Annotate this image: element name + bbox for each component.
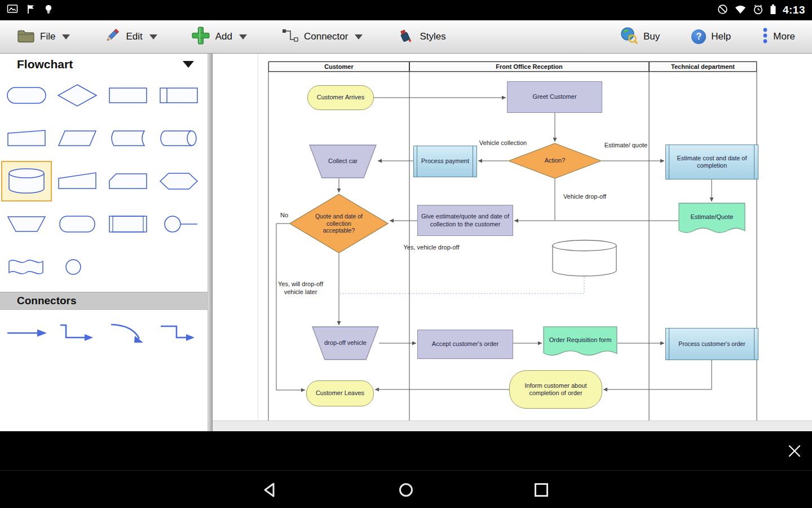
buy-label: Buy bbox=[643, 31, 660, 42]
node-estimate-cost[interactable]: Estimate cost and date of completion bbox=[665, 144, 758, 179]
more-button[interactable]: More bbox=[762, 27, 795, 47]
shape-diamond[interactable] bbox=[52, 75, 103, 116]
shape-direct-access-storage[interactable] bbox=[153, 118, 204, 159]
status-clock: 4:13 bbox=[783, 4, 805, 16]
lane-header-front-office[interactable]: Front Office Reception bbox=[409, 62, 649, 72]
question-mark-icon: ? bbox=[691, 29, 706, 44]
connector-button[interactable]: Connector bbox=[281, 28, 363, 46]
node-process-order[interactable]: Process customer's order bbox=[665, 328, 758, 360]
shape-parallelogram[interactable] bbox=[52, 118, 103, 159]
shape-manual-operation[interactable] bbox=[52, 161, 103, 202]
node-label: Quote and date of collection acceptable? bbox=[289, 194, 389, 253]
shape-database[interactable] bbox=[1, 161, 52, 202]
shape-inverted-trapezoid[interactable] bbox=[1, 204, 52, 244]
shape-wave-document[interactable] bbox=[1, 247, 52, 287]
node-label: Order Requisition form bbox=[543, 326, 617, 360]
nav-home-button[interactable] bbox=[398, 482, 414, 498]
shape-empty-cell bbox=[153, 247, 204, 287]
node-order-requisition-document[interactable]: Order Requisition form bbox=[543, 326, 617, 360]
shape-stadium[interactable] bbox=[1, 75, 52, 116]
connector-step-arrow[interactable] bbox=[153, 317, 204, 349]
content-area: Flowchart bbox=[0, 54, 812, 431]
nav-recents-button[interactable] bbox=[533, 482, 549, 498]
folder-icon bbox=[17, 28, 35, 46]
node-collect-car[interactable]: Collect car bbox=[309, 144, 377, 178]
connectors-section-header[interactable]: Connectors bbox=[0, 292, 208, 310]
more-dots-icon bbox=[762, 27, 768, 47]
connectors-section-title: Connectors bbox=[17, 295, 77, 307]
connector-straight-arrow[interactable] bbox=[1, 317, 52, 349]
back-icon bbox=[263, 482, 279, 498]
plus-icon bbox=[191, 26, 210, 48]
node-give-estimate[interactable]: Give estimate/quote and date of collecti… bbox=[417, 205, 513, 236]
node-estimate-quote-document[interactable]: Estimate/Quote bbox=[678, 203, 745, 238]
shape-rectangle[interactable] bbox=[103, 75, 153, 116]
lightbulb-icon bbox=[44, 4, 53, 16]
shape-circle-connector[interactable] bbox=[153, 204, 204, 244]
node-customer-leaves[interactable]: Customer Leaves bbox=[306, 380, 374, 406]
shape-cut-corner-card[interactable] bbox=[103, 161, 153, 202]
shape-circle[interactable] bbox=[52, 247, 103, 287]
help-button[interactable]: ? Help bbox=[691, 29, 731, 44]
node-inform-customer[interactable]: Inform customer about completion of orde… bbox=[509, 370, 602, 409]
edge-label-no: No bbox=[276, 212, 293, 220]
section-collapse-caret-icon[interactable] bbox=[183, 61, 194, 68]
edge-label-yes-vehicle-drop-off: Yes, vehicle drop-off bbox=[392, 244, 471, 252]
node-label: Collect car bbox=[309, 144, 377, 178]
connector-curved-arrow[interactable] bbox=[103, 317, 153, 349]
styles-icon bbox=[396, 27, 414, 47]
styles-label: Styles bbox=[420, 31, 445, 42]
node-process-payment[interactable]: Process payment bbox=[413, 146, 477, 177]
chevron-down-icon bbox=[62, 34, 70, 40]
node-quote-acceptable-decision[interactable]: Quote and date of collection acceptable? bbox=[289, 194, 389, 253]
recents-icon bbox=[533, 482, 549, 498]
node-database-cylinder[interactable] bbox=[551, 239, 617, 277]
flag-icon bbox=[26, 4, 36, 16]
status-bar: 4:13 bbox=[0, 0, 812, 20]
home-icon bbox=[398, 482, 414, 498]
chevron-down-icon bbox=[149, 34, 157, 40]
flowchart-section-title: Flowchart bbox=[17, 58, 73, 71]
connector-icon bbox=[281, 28, 299, 46]
app-screen: 4:13 File Edit Add bbox=[0, 0, 812, 508]
edge-label-yes-will-drop-off: Yes, will drop-off vehicle later bbox=[272, 281, 329, 296]
sidebar-canvas-divider bbox=[208, 54, 213, 431]
shape-framed-rectangle[interactable] bbox=[103, 204, 153, 244]
connector-label: Connector bbox=[304, 31, 348, 42]
node-greet-customer[interactable]: Greet Customer bbox=[507, 81, 602, 113]
battery-icon bbox=[770, 4, 776, 17]
node-drop-off-vehicle[interactable]: drop-off vehicle bbox=[312, 326, 379, 360]
shape-display[interactable] bbox=[52, 204, 103, 244]
question-glyph: ? bbox=[696, 32, 701, 42]
nav-back-button[interactable] bbox=[263, 482, 279, 498]
edit-button[interactable]: Edit bbox=[104, 27, 157, 47]
shape-card[interactable] bbox=[1, 118, 52, 159]
add-button[interactable]: Add bbox=[191, 26, 247, 48]
banner-close-button[interactable] bbox=[786, 443, 803, 459]
diagram-canvas[interactable]: Customer Front Office Reception Technica… bbox=[213, 54, 812, 431]
connector-elbow-arrow[interactable] bbox=[52, 317, 103, 349]
shape-palette: Flowchart bbox=[0, 54, 208, 431]
shape-hexagon[interactable] bbox=[153, 161, 204, 202]
pencil-icon bbox=[104, 27, 121, 47]
chevron-down-icon bbox=[239, 34, 247, 40]
shape-internal-storage[interactable] bbox=[153, 75, 204, 116]
buy-button[interactable]: Buy bbox=[620, 27, 660, 47]
node-label: Estimate/Quote bbox=[678, 203, 745, 238]
ad-banner bbox=[0, 431, 812, 470]
connector-grid bbox=[0, 310, 208, 349]
node-action-decision[interactable]: Action? bbox=[508, 143, 602, 179]
node-customer-arrives[interactable]: Customer Arrives bbox=[307, 85, 374, 110]
file-button[interactable]: File bbox=[17, 28, 70, 46]
shape-stored-data[interactable] bbox=[103, 118, 153, 159]
alarm-icon bbox=[753, 4, 764, 17]
styles-button[interactable]: Styles bbox=[396, 27, 445, 47]
horizontal-scrollbar[interactable] bbox=[213, 421, 812, 431]
node-accept-order[interactable]: Accept customer's order bbox=[417, 330, 513, 359]
flowchart-section-header[interactable]: Flowchart bbox=[0, 54, 208, 75]
lane-header-customer[interactable]: Customer bbox=[268, 62, 409, 72]
status-right-icons: 4:13 bbox=[717, 4, 805, 17]
lane-header-technical[interactable]: Technical department bbox=[649, 62, 757, 72]
edge-label-estimate-quote: Estimate/ quote bbox=[598, 142, 654, 150]
no-signal-icon bbox=[717, 4, 728, 17]
